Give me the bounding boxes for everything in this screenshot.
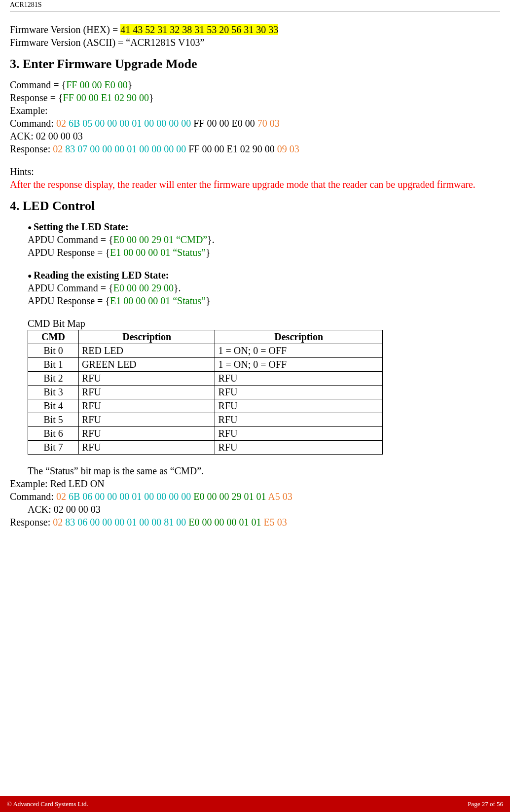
- bitmap-title: CMD Bit Map: [28, 317, 500, 330]
- set-cmd-label: APDU Command = {: [28, 234, 113, 245]
- table-row: Bit 2RFURFU: [28, 372, 383, 386]
- ex-cmd-label: Command:: [10, 118, 56, 129]
- read-cmd-val: E0 00 00 29 00: [113, 282, 174, 293]
- sec3-cmd-val: FF 00 00 E0 00: [66, 79, 127, 90]
- ack-val: 02 00 00 03: [36, 131, 83, 141]
- table-row: Bit 4RFURFU: [28, 399, 383, 413]
- table-cell: RFU: [79, 427, 215, 441]
- read-cmd-label: APDU Command = {: [28, 282, 113, 293]
- table-cell: RFU: [79, 441, 215, 455]
- example2-command: Command: 02 6B 06 00 00 00 01 00 00 00 0…: [10, 490, 500, 503]
- ex-resp-c4: 09 03: [277, 143, 299, 154]
- table-cell: RFU: [79, 372, 215, 386]
- table-cell: 1 = ON; 0 = OFF: [215, 358, 383, 372]
- table-cell: Bit 3: [28, 386, 79, 399]
- sec3-command: Command = {FF 00 00 E0 00}: [10, 78, 500, 91]
- table-cell: Bit 2: [28, 372, 79, 386]
- sec3-example-command: Command: 02 6B 05 00 00 00 01 00 00 00 0…: [10, 117, 500, 130]
- ex2-cmd-c4: A5 03: [268, 491, 292, 502]
- sec3-response: Response = {FF 00 00 E1 02 90 00}: [10, 91, 500, 104]
- cmd-bit-map-table: CMD Description Description Bit 0RED LED…: [28, 330, 383, 455]
- read-led-resp: APDU Response = {E1 00 00 00 01 “Status”…: [28, 294, 500, 307]
- section-4-title: 4. LED Control: [10, 199, 500, 213]
- read-led-cmd: APDU Command = {E0 00 00 29 00}.: [28, 282, 500, 294]
- table-cell: RFU: [79, 386, 215, 399]
- table-cell: RFU: [215, 427, 383, 441]
- read-resp-val: E1 00 00 00 01 “Status”: [110, 295, 206, 306]
- table-cell: RFU: [215, 441, 383, 455]
- sec3-cmd-label: Command = {: [10, 79, 66, 90]
- sec3-example-label: Example:: [10, 104, 500, 117]
- example2-response: Response: 02 83 06 00 00 00 01 00 00 81 …: [10, 516, 500, 529]
- ex2-resp-c2: 83 06 00 00 00 01 00 00 81 00: [65, 517, 186, 528]
- ex-resp-label: Response:: [10, 143, 53, 154]
- document-header: ACR1281S: [10, 0, 500, 11]
- table-cell: GREEN LED: [79, 358, 215, 372]
- table-cell: RFU: [215, 413, 383, 427]
- sec3-ack: ACK: 02 00 00 03: [10, 130, 500, 142]
- table-header-row: CMD Description Description: [28, 330, 383, 344]
- ex-cmd-c3: FF 00 00 E0 00: [193, 118, 255, 129]
- set-resp-val: E1 00 00 00 01 “Status”: [110, 247, 206, 258]
- table-cell: Bit 6: [28, 427, 79, 441]
- product-code: ACR1281S: [10, 1, 42, 8]
- fw-hex-label: Firmware Version (HEX) =: [10, 24, 120, 35]
- ex2-ack-val: 02 00 00 03: [54, 504, 101, 515]
- ex2-cmd-c1: 02: [56, 491, 66, 502]
- set-led-resp: APDU Response = {E1 00 00 00 01 “Status”…: [28, 246, 500, 259]
- footer-left: © Advanced Card Systems Ltd.: [7, 800, 88, 808]
- read-led-title: Reading the existing LED State:: [28, 269, 500, 282]
- set-led-cmd: APDU Command = {E0 00 00 29 01 “CMD”}.: [28, 233, 500, 246]
- set-led-title: Setting the LED State:: [28, 220, 500, 233]
- fw-ascii-value: “ACR1281S V103”: [126, 37, 204, 48]
- document-page: ACR1281S Firmware Version (HEX) = 41 43 …: [0, 0, 510, 779]
- ex-resp-c1: 02: [53, 143, 63, 154]
- fw-hex-value: 41 43 52 31 32 38 31 53 20 56 31 30 33: [120, 24, 278, 35]
- table-cell: RED LED: [79, 344, 215, 358]
- sec3-resp-val: FF 00 00 E1 02 90 00: [63, 92, 149, 103]
- fw-ascii-label: Firmware Version (ASCII) =: [10, 37, 126, 48]
- section-3-title: 3. Enter Firmware Upgrade Mode: [10, 57, 500, 71]
- ack-label: ACK:: [10, 131, 36, 141]
- set-cmd-val: E0 00 00 29 01 “CMD”: [113, 234, 208, 245]
- ex-cmd-c1: 02: [56, 118, 66, 129]
- page-footer: © Advanced Card Systems Ltd. Page 27 of …: [0, 796, 510, 812]
- ex2-resp-c3: E0 00 00 00 01 01: [188, 517, 261, 528]
- hints-label: Hints:: [10, 165, 500, 178]
- table-row: Bit 5RFURFU: [28, 413, 383, 427]
- ex2-cmd-c2: 6B 06 00 00 00 01 00 00 00 00: [69, 491, 191, 502]
- ex2-ack-label: ACK:: [28, 504, 54, 515]
- ex2-resp-c4: E5 03: [263, 517, 287, 528]
- read-resp-label: APDU Response = {: [28, 295, 110, 306]
- ex2-cmd-c3: E0 00 00 29 01 01: [193, 491, 266, 502]
- table-cell: Bit 1: [28, 358, 79, 372]
- ex2-resp-label: Response:: [10, 517, 53, 528]
- table-row: Bit 0RED LED1 = ON; 0 = OFF: [28, 344, 383, 358]
- table-cell: Bit 4: [28, 399, 79, 413]
- footer-right: Page 27 of 56: [468, 800, 503, 808]
- table-cell: RFU: [79, 399, 215, 413]
- example2-label: Example: Red LED ON: [10, 477, 500, 490]
- table-row: Bit 6RFURFU: [28, 427, 383, 441]
- ex-cmd-c4: 70 03: [257, 118, 280, 129]
- firmware-hex-line: Firmware Version (HEX) = 41 43 52 31 32 …: [10, 23, 500, 36]
- th-desc1: Description: [79, 330, 215, 344]
- ex2-cmd-label: Command:: [10, 491, 56, 502]
- set-resp-label: APDU Response = {: [28, 247, 110, 258]
- table-cell: Bit 0: [28, 344, 79, 358]
- table-row: Bit 3RFURFU: [28, 386, 383, 399]
- table-row: Bit 7RFURFU: [28, 441, 383, 455]
- status-note: The “Status” bit map is the same as “CMD…: [28, 464, 500, 477]
- ex-cmd-c2: 6B 05 00 00 00 01 00 00 00 00: [69, 118, 191, 129]
- table-cell: Bit 7: [28, 441, 79, 455]
- table-cell: RFU: [215, 372, 383, 386]
- th-cmd: CMD: [28, 330, 79, 344]
- firmware-ascii-line: Firmware Version (ASCII) = “ACR1281S V10…: [10, 36, 500, 49]
- sec3-example-response: Response: 02 83 07 00 00 00 01 00 00 00 …: [10, 142, 500, 155]
- sec3-resp-label: Response = {: [10, 92, 63, 103]
- table-cell: RFU: [215, 386, 383, 399]
- table-row: Bit 1GREEN LED1 = ON; 0 = OFF: [28, 358, 383, 372]
- hints-text: After the response display, the reader w…: [10, 178, 500, 191]
- ex2-resp-c1: 02: [53, 517, 63, 528]
- example2-ack: ACK: 02 00 00 03: [28, 503, 500, 516]
